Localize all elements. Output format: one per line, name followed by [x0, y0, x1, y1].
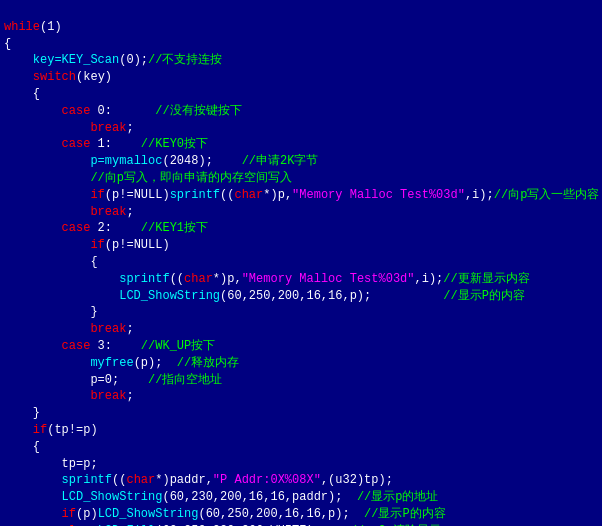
code-editor: while(1){ key=KEY_Scan(0);//不支持连按 switch…: [0, 0, 602, 526]
code-line: myfree(p); //释放内存: [4, 355, 598, 372]
code-line: break;: [4, 388, 598, 405]
code-line: case 0: //没有按键按下: [4, 103, 598, 120]
code-line: switch(key): [4, 69, 598, 86]
code-line: {: [4, 439, 598, 456]
code-line: case 1: //KEY0按下: [4, 136, 598, 153]
code-line: {: [4, 36, 598, 53]
code-line: break;: [4, 321, 598, 338]
code-line: case 2: //KEY1按下: [4, 220, 598, 237]
code-line: {: [4, 254, 598, 271]
code-line: tp=p;: [4, 456, 598, 473]
code-line: sprintf((char*)p,"Memory Malloc Test%03d…: [4, 271, 598, 288]
code-line: LCD_ShowString(60,230,200,16,16,paddr); …: [4, 489, 598, 506]
code-line: {: [4, 86, 598, 103]
code-line: p=mymalloc(2048); //申请2K字节: [4, 153, 598, 170]
code-line: p=0; //指向空地址: [4, 372, 598, 389]
code-line: break;: [4, 204, 598, 221]
code-line: //向p写入，即向申请的内存空间写入: [4, 170, 598, 187]
code-line: break;: [4, 120, 598, 137]
code-line: key=KEY_Scan(0);//不支持连按: [4, 52, 598, 69]
code-line: if(p)LCD_ShowString(60,250,200,16,16,p);…: [4, 506, 598, 523]
code-line: if(p!=NULL)sprintf((char*)p,"Memory Mall…: [4, 187, 598, 204]
code-line: }: [4, 405, 598, 422]
code-line: sprintf((char*)paddr,"P Addr:0X%08X",(u3…: [4, 472, 598, 489]
code-line: if(tp!=p): [4, 422, 598, 439]
code-line: }: [4, 304, 598, 321]
code-line: LCD_ShowString(60,250,200,16,16,p); //显示…: [4, 288, 598, 305]
code-line: case 3: //WK_UP按下: [4, 338, 598, 355]
code-line: while(1): [4, 19, 598, 36]
code-line: if(p!=NULL): [4, 237, 598, 254]
